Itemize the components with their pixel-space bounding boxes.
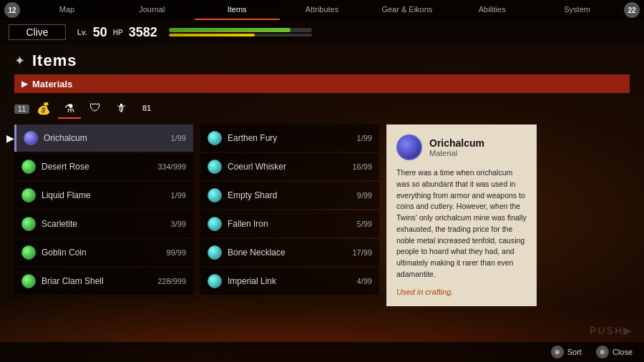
detail-info: Orichalcum Material (429, 137, 484, 157)
hp-bar (169, 28, 312, 32)
item-gem (21, 245, 36, 260)
item-gem (208, 245, 222, 260)
item-name: Briar Clam Shell (42, 276, 155, 286)
item-name: Orichalcum (44, 133, 168, 143)
detail-description: There was a time when orichalcum was so … (396, 167, 527, 280)
level-label: Lv. (77, 29, 87, 36)
filter-count[interactable]: 81 (135, 99, 158, 119)
item-name: Desert Rose (42, 162, 155, 172)
item-count: 5/99 (357, 220, 372, 228)
sort-label: Sort (567, 348, 582, 356)
list-item[interactable]: Fallen Iron 5/99 (200, 210, 379, 238)
player-name: Clive (9, 24, 66, 40)
item-gem (21, 188, 36, 202)
player-stats: Lv. 50 HP 3582 (77, 25, 312, 40)
filter-count-badge: 11 (14, 104, 29, 114)
top-navigation: 12 Map Journal Items Attributes Gear & E… (0, 0, 644, 20)
filter-all[interactable]: 💰 (32, 99, 55, 119)
close-action[interactable]: ⊗ Close (596, 346, 633, 358)
category-bar: ▶ Materials (14, 74, 630, 93)
list-item[interactable]: Coeurl Whisker 16/99 (200, 153, 379, 180)
list-item[interactable]: Liquid Flame 1/99 (14, 182, 193, 209)
item-count: 1/99 (357, 134, 372, 142)
right-badge: 22 (624, 2, 640, 18)
item-gem (21, 274, 36, 288)
item-name: Liquid Flame (42, 190, 168, 200)
left-badge: 12 (4, 2, 20, 18)
items-icon: ✦ (14, 53, 25, 69)
selection-arrow: ▶ (6, 132, 14, 144)
exp-bar-fill (169, 34, 255, 36)
item-gem (208, 217, 222, 231)
exp-bar (169, 34, 312, 36)
item-name: Earthen Fury (228, 133, 354, 143)
list-item[interactable]: Earthen Fury 1/99 (200, 124, 379, 152)
item-gem (208, 274, 222, 288)
item-name: Coeurl Whisker (228, 162, 349, 172)
item-count: 99/99 (166, 248, 186, 257)
bottom-bar: ⊕ Sort ⊗ Close (0, 342, 644, 362)
item-name: Goblin Coin (42, 248, 163, 258)
item-name: Bone Necklace (228, 248, 349, 258)
sort-button-icon: ⊕ (551, 346, 564, 358)
sort-action[interactable]: ⊕ Sort (551, 346, 582, 358)
item-gem (208, 188, 222, 202)
item-gem (21, 217, 36, 231)
filter-craft[interactable]: ⚗ (58, 99, 81, 119)
list-item[interactable]: Desert Rose 334/999 (14, 153, 193, 180)
items-layout: ▶ Orichalcum 1/99 Desert Rose 334/999 Li… (0, 124, 644, 362)
list-item[interactable]: Imperial Link 4/99 (200, 268, 379, 295)
items-title: Items (32, 52, 77, 70)
filter-weapon[interactable]: 🗡 (109, 99, 132, 119)
item-name: Scarletite (42, 219, 168, 229)
detail-panel: Orichalcum Material There was a time whe… (386, 124, 537, 306)
item-name: Empty Shard (228, 190, 354, 200)
item-count: 9/99 (357, 191, 372, 200)
left-items-column: ▶ Orichalcum 1/99 Desert Rose 334/999 Li… (14, 124, 193, 362)
nav-tabs: Map Journal Items Attributes Gear & Eiko… (24, 0, 620, 20)
list-item[interactable]: Briar Clam Shell 228/999 (14, 268, 193, 295)
item-gem (24, 131, 38, 145)
item-name: Imperial Link (228, 276, 354, 286)
item-count: 17/99 (352, 248, 372, 257)
item-count: 3/99 (171, 220, 186, 228)
detail-item-icon (396, 134, 422, 160)
tab-items[interactable]: Items (195, 0, 280, 20)
filter-gear[interactable]: 🛡 (84, 99, 107, 119)
content-area: ✦ Items ▶ Materials 11 💰 ⚗ 🛡 🗡 81 ▶ Oric… (0, 44, 644, 362)
hp-label: HP (113, 29, 123, 36)
filter-tabs: 11 💰 ⚗ 🛡 🗡 81 (14, 99, 630, 119)
hp-bar-fill (169, 28, 291, 32)
tab-abilities[interactable]: Abilities (449, 0, 535, 20)
item-count: 228/999 (157, 277, 186, 285)
list-item[interactable]: Bone Necklace 17/99 (200, 239, 379, 266)
item-gem (208, 160, 222, 174)
right-items-column: Earthen Fury 1/99 Coeurl Whisker 16/99 E… (200, 124, 379, 362)
player-hp: 3582 (129, 25, 157, 40)
items-header: ✦ Items (0, 44, 644, 74)
detail-header: Orichalcum Material (396, 134, 527, 160)
hp-bars (169, 28, 312, 36)
close-button-icon: ⊗ (596, 346, 609, 358)
list-item[interactable]: ▶ Orichalcum 1/99 (14, 124, 193, 152)
category-name: Materials (32, 79, 72, 89)
close-label: Close (613, 348, 633, 356)
tab-gear-eikons[interactable]: Gear & Eikons (364, 0, 449, 20)
item-count: 4/99 (357, 277, 372, 285)
list-item[interactable]: Scarletite 3/99 (14, 210, 193, 238)
detail-item-type: Material (429, 149, 484, 157)
tab-attributes[interactable]: Attributes (280, 0, 365, 20)
tab-system[interactable]: System (535, 0, 620, 20)
detail-item-name: Orichalcum (429, 137, 484, 149)
item-count: 16/99 (352, 162, 372, 171)
list-item[interactable]: Empty Shard 9/99 (200, 182, 379, 209)
list-item[interactable]: Goblin Coin 99/99 (14, 239, 193, 266)
item-gem (21, 160, 36, 174)
detail-usage: Used in crafting. (396, 288, 527, 296)
item-count: 1/99 (171, 191, 186, 200)
tab-map[interactable]: Map (24, 0, 109, 20)
tab-journal[interactable]: Journal (109, 0, 195, 20)
category-arrow: ▶ (21, 79, 28, 89)
item-count: 334/999 (157, 162, 186, 171)
player-level: 50 (93, 25, 107, 40)
